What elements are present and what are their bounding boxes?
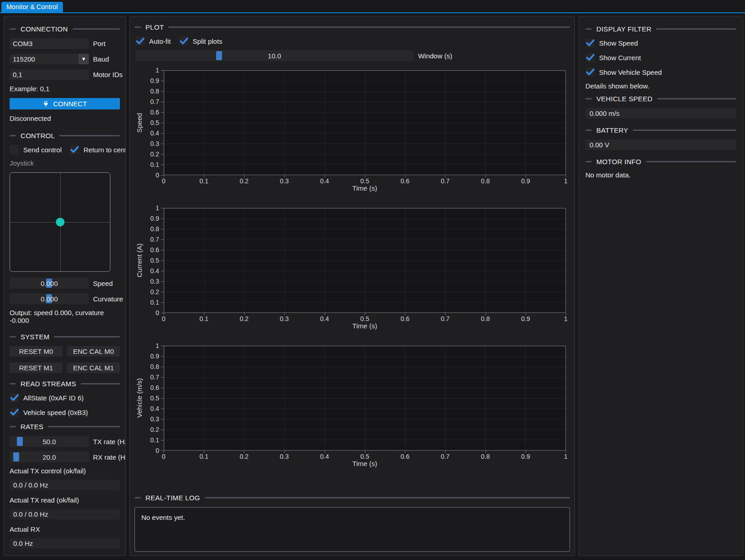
tab-monitor-control[interactable]: Monitor & Control	[1, 2, 63, 12]
left-panel: CONNECTION COM3 Port 115200 ▼ Baud 0,1 M…	[4, 16, 126, 556]
section-rates: RATES	[10, 422, 120, 430]
check-icon	[70, 145, 79, 154]
vehicle-speed-value: 0.000 m/s	[585, 108, 736, 119]
curvature-slider-label: Curvature	[93, 295, 123, 303]
show-current-checkbox[interactable]: Show Current	[585, 53, 736, 62]
y-axis-label: Vehicle (m/s)	[135, 346, 144, 451]
enc-cal-m1-button[interactable]: ENC CAL M1	[67, 363, 120, 373]
window-slider[interactable]: 10.0	[135, 50, 414, 61]
actual-tx-read-value: 0.0 / 0.0 Hz	[10, 509, 120, 519]
check-icon	[135, 36, 145, 46]
check-icon	[585, 53, 595, 62]
show-vehicle-speed-checkbox[interactable]: Show Vehicle Speed	[585, 67, 736, 77]
y-axis-label: Current (A)	[135, 208, 144, 313]
section-connection: CONNECTION	[10, 25, 120, 33]
y-axis-ticks: 00.10.20.30.40.50.60.70.80.91	[144, 346, 164, 451]
return-to-center-checkbox[interactable]: Return to center	[70, 145, 126, 154]
x-axis-ticks: 00.10.20.30.40.50.60.70.80.91	[164, 313, 566, 322]
checkbox-label: Auto-fit	[149, 37, 171, 45]
tx-rate-label: TX rate (Hz)	[93, 438, 126, 446]
tx-rate-slider[interactable]: 50.0	[10, 436, 89, 447]
chevron-down-icon[interactable]: ▼	[78, 54, 89, 64]
control-output-text: Output: speed 0.000, curvature -0.000	[10, 309, 120, 324]
checkbox-label: Show Current	[599, 54, 641, 62]
actual-rx-value: 0.0 Hz	[10, 538, 120, 549]
realtime-log-box[interactable]: No events yet.	[135, 507, 570, 552]
allstate-stream-checkbox[interactable]: AllState (0xAF ID 6)	[10, 393, 120, 402]
section-title: CONNECTION	[21, 25, 68, 33]
motor-ids-input[interactable]: 0,1	[10, 69, 89, 80]
curvature-slider[interactable]: 0.000	[10, 293, 89, 304]
speed-slider-label: Speed	[93, 280, 113, 287]
x-axis-ticks: 00.10.20.30.40.50.60.70.80.91	[164, 451, 566, 460]
checkbox-label: Vehicle speed (0xB3)	[23, 409, 88, 416]
plot-area[interactable]	[164, 208, 566, 313]
plot-area[interactable]	[164, 346, 566, 451]
port-input[interactable]: COM3	[10, 38, 89, 49]
show-speed-checkbox[interactable]: Show Speed	[585, 38, 736, 47]
rx-rate-label: RX rate (Hz)	[93, 453, 126, 461]
speed-slider[interactable]: 0.000	[10, 278, 89, 289]
baud-value: 115200	[13, 54, 35, 64]
slider-value: 20.0	[10, 451, 89, 462]
right-panel: DISPLAY FILTER Show Speed Show Current S…	[579, 16, 743, 556]
enc-cal-m0-button[interactable]: ENC CAL M0	[67, 346, 120, 357]
baud-select[interactable]: 115200 ▼	[10, 54, 89, 64]
auto-fit-checkbox[interactable]: Auto-fit	[135, 36, 171, 46]
x-axis-label: Time (s)	[352, 460, 377, 467]
motor-ids-example: Example: 0,1	[10, 85, 120, 93]
check-icon	[10, 408, 19, 417]
actual-tx-control-value: 0.0 / 0.0 Hz	[10, 480, 120, 490]
details-text: Details shown below.	[585, 82, 736, 90]
connect-button[interactable]: CONNECT	[10, 98, 120, 109]
vehicle-speed-stream-checkbox[interactable]: Vehicle speed (0xB3)	[10, 408, 120, 417]
section-control: CONTROL	[10, 131, 120, 140]
slider-value: 0.000	[10, 278, 89, 289]
section-title: RATES	[21, 423, 43, 430]
slider-value: 50.0	[10, 436, 89, 447]
motor-info-empty-text: No motor data.	[585, 171, 736, 179]
section-plot: PLOT	[135, 23, 570, 31]
section-system: SYSTEM	[10, 332, 120, 341]
split-plots-checkbox[interactable]: Split plots	[179, 36, 222, 46]
section-motor-info: MOTOR INFO	[585, 157, 736, 166]
actual-rx-label: Actual RX	[10, 525, 120, 533]
section-title: CONTROL	[21, 132, 55, 140]
checkbox-icon	[10, 145, 19, 154]
plug-icon	[42, 100, 49, 107]
section-title: MOTOR INFO	[596, 158, 642, 166]
section-title: VEHICLE SPEED	[596, 95, 652, 103]
checkbox-label: AllState (0xAF ID 6)	[23, 394, 84, 402]
connect-button-label: CONNECT	[53, 100, 87, 108]
section-title: PLOT	[145, 23, 164, 31]
app-window: Monitor & Control CONNECTION COM3 Port 1…	[0, 0, 745, 560]
baud-label: Baud	[93, 55, 109, 63]
plot-area[interactable]	[164, 70, 566, 175]
battery-value: 0.00 V	[585, 140, 736, 150]
reset-m1-button[interactable]: RESET M1	[10, 363, 62, 373]
current-plot: Current (A) 00.10.20.30.40.50.60.70.80.9…	[135, 208, 570, 332]
joystick-handle[interactable]	[56, 218, 64, 227]
y-axis-ticks: 00.10.20.30.40.50.60.70.80.91	[144, 208, 164, 313]
section-title: READ STREAMS	[21, 380, 76, 388]
send-control-checkbox[interactable]: Send control	[10, 145, 62, 154]
port-label: Port	[93, 40, 106, 47]
x-axis-ticks: 00.10.20.30.40.50.60.70.80.91	[164, 175, 566, 184]
connection-status: Disconnected	[10, 114, 120, 122]
y-axis-ticks: 00.10.20.30.40.50.60.70.80.91	[144, 70, 164, 175]
rx-rate-slider[interactable]: 20.0	[10, 451, 89, 462]
actual-tx-control-label: Actual TX control (ok/fail)	[10, 467, 120, 475]
slider-value: 10.0	[135, 50, 414, 61]
reset-m0-button[interactable]: RESET M0	[10, 346, 62, 357]
section-title: SYSTEM	[21, 333, 49, 341]
log-empty-text: No events yet.	[141, 513, 185, 521]
section-title: REAL-TIME LOG	[145, 494, 200, 502]
joystick-pad[interactable]	[10, 172, 110, 272]
actual-tx-read-label: Actual TX read (ok/fail)	[10, 496, 120, 504]
section-realtime-log: REAL-TIME LOG	[135, 493, 570, 502]
joystick-label: Joystick	[10, 159, 120, 167]
check-icon	[585, 67, 595, 77]
main-layout: CONNECTION COM3 Port 115200 ▼ Baud 0,1 M…	[0, 13, 745, 560]
checkbox-label: Send control	[23, 146, 62, 154]
x-axis-label: Time (s)	[352, 184, 377, 192]
